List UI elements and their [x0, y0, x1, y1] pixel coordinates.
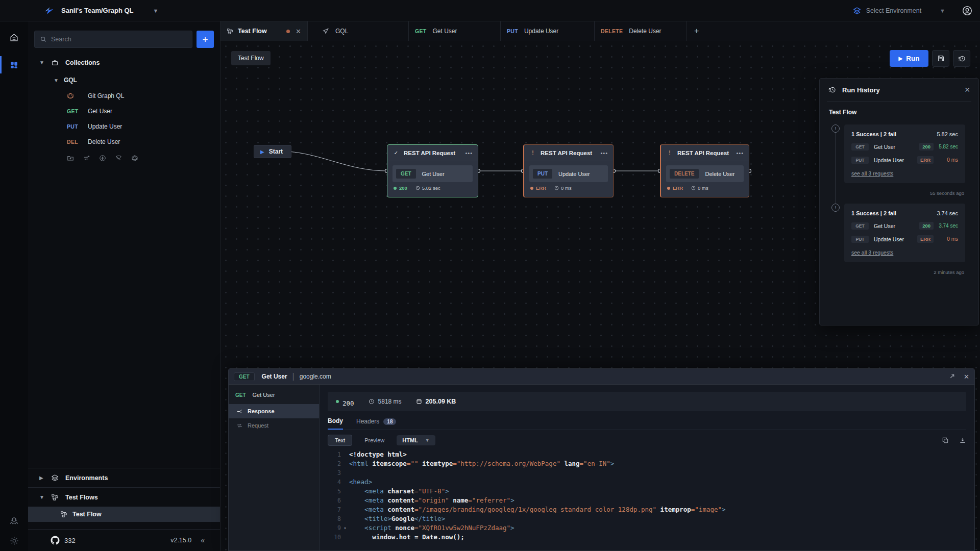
- close-panel-icon[interactable]: ✕: [964, 373, 969, 381]
- workspace-name[interactable]: Sanil's Team/Graph QL: [61, 7, 134, 14]
- home-nav-icon[interactable]: [0, 26, 28, 49]
- download-icon[interactable]: [959, 437, 966, 444]
- search-box: [34, 31, 192, 48]
- rest-node-delete-user[interactable]: ! REST API Request ••• DELETE Delete Use…: [660, 144, 749, 197]
- close-panel-icon[interactable]: ✕: [964, 86, 970, 94]
- request-item-get-user[interactable]: GET Get User: [28, 104, 220, 119]
- tab-gql[interactable]: GQL: [307, 21, 408, 41]
- add-new-button[interactable]: +: [197, 31, 214, 48]
- node-title: REST API Request: [404, 150, 455, 156]
- flow-name-chip: Test Flow: [231, 51, 271, 65]
- rest-node-update-user[interactable]: ! REST API Request ••• PUT Update User E…: [523, 144, 614, 197]
- collections-section-header[interactable]: ▼ Collections: [28, 53, 220, 72]
- collection-bag-icon: [51, 59, 59, 66]
- rest-node-get-user[interactable]: ✓ REST API Request ••• GET Get User 200 …: [387, 144, 478, 197]
- see-all-requests-link[interactable]: see all 3 requests: [851, 249, 893, 256]
- tab-delete-user[interactable]: DELETE Delete User: [594, 21, 687, 41]
- socket-bolt-icon[interactable]: [99, 155, 106, 162]
- see-all-requests-link[interactable]: see all 3 requests: [851, 170, 893, 177]
- format-dropdown[interactable]: HTML ▼: [397, 435, 435, 445]
- node-menu-icon[interactable]: •••: [600, 150, 608, 156]
- add-tab-button[interactable]: +: [687, 21, 717, 41]
- environments-section-header[interactable]: ▶ Environments: [28, 468, 220, 487]
- method-badge: PUT: [67, 123, 88, 130]
- tab-label: Delete User: [629, 28, 661, 35]
- divider: |: [292, 372, 295, 381]
- node-menu-icon[interactable]: •••: [736, 150, 744, 156]
- request-label: Update User: [88, 123, 122, 130]
- headers-count-badge: 18: [383, 418, 396, 425]
- view-preview-button[interactable]: Preview: [364, 437, 384, 443]
- copy-icon[interactable]: [942, 437, 949, 444]
- expand-panel-icon[interactable]: [949, 373, 955, 381]
- clock-icon: [369, 398, 375, 405]
- nav-label: Request: [248, 422, 268, 429]
- run-flow-button[interactable]: ▶ Run: [890, 50, 928, 67]
- node-menu-icon[interactable]: •••: [465, 150, 473, 156]
- run-summary: 1 Success | 2 fail: [851, 131, 896, 137]
- start-node[interactable]: ▶ Start: [254, 145, 291, 158]
- test-flows-section-header[interactable]: ▼ Test Flows: [28, 488, 220, 507]
- play-icon: ▶: [260, 149, 264, 155]
- request-name: Get User: [262, 373, 287, 380]
- tab-body[interactable]: Body: [328, 417, 343, 430]
- graphql-shortcut-icon[interactable]: [131, 155, 138, 162]
- add-folder-icon[interactable]: [67, 155, 74, 162]
- run-card[interactable]: 1 Success | 2 fail3.74 sec GET Get User …: [844, 204, 965, 262]
- search-input[interactable]: [51, 36, 187, 43]
- nav-response-tab[interactable]: Response: [229, 404, 319, 418]
- save-flow-button[interactable]: [932, 50, 949, 67]
- request-item-delete-user[interactable]: DEL Delete User: [28, 134, 220, 149]
- workspace-chevron-down-icon[interactable]: ▼: [153, 8, 159, 14]
- view-text-button[interactable]: Text: [328, 435, 352, 446]
- request-name: Get User: [874, 144, 895, 150]
- timeline-marker: !: [831, 204, 840, 212]
- nav-request-tab[interactable]: Request: [229, 418, 319, 433]
- collapse-sidebar-button[interactable]: «: [201, 536, 205, 544]
- pen-nib-icon[interactable]: [115, 155, 122, 162]
- node-request-box[interactable]: DELETE Delete User: [666, 165, 744, 182]
- test-flows-label: Test Flows: [65, 494, 98, 501]
- github-stars[interactable]: 332: [51, 536, 76, 545]
- request-name: Get User: [253, 392, 275, 398]
- settings-gear-icon[interactable]: [9, 536, 19, 546]
- run-history-button[interactable]: [953, 50, 970, 67]
- code-editor[interactable]: 1<!doctype html>2<html itemscope="" item…: [320, 450, 974, 550]
- request-time: 0 ms: [934, 236, 958, 242]
- method-badge: DEL: [67, 139, 88, 145]
- status-badge: ERR: [917, 235, 934, 243]
- tab-update-user[interactable]: PUT Update User: [500, 21, 594, 41]
- community-icon[interactable]: [9, 516, 19, 527]
- test-flow-item-selected[interactable]: Test Flow: [28, 507, 220, 522]
- tab-get-user[interactable]: GET Get User: [408, 21, 500, 41]
- tab-test-flow[interactable]: Test Flow ✕: [220, 21, 307, 41]
- response-time: 5818 ms: [378, 398, 402, 405]
- github-icon: [51, 536, 60, 545]
- request-item-update-user[interactable]: PUT Update User: [28, 119, 220, 134]
- folder-gql[interactable]: ▼ GQL: [28, 72, 220, 88]
- clock-icon: [554, 186, 559, 190]
- user-avatar-icon[interactable]: [962, 5, 973, 16]
- rest-request-icon[interactable]: [83, 155, 90, 162]
- run-duration: 3.74 sec: [937, 210, 958, 216]
- success-check-icon: ✓: [393, 150, 400, 156]
- tab-label: Get User: [433, 28, 457, 35]
- request-time: 3.74 sec: [934, 223, 958, 229]
- request-item-git-graph-ql[interactable]: Git Graph QL: [28, 88, 220, 104]
- request-name: Get User: [422, 171, 445, 177]
- run-history-panel: Run History ✕ Test Flow ! ! 1 Success | …: [819, 78, 979, 325]
- close-tab-icon[interactable]: ✕: [295, 28, 302, 35]
- node-request-box[interactable]: GET Get User: [393, 165, 473, 182]
- status-dot: [667, 187, 670, 190]
- size-box-icon: [416, 398, 422, 405]
- select-environment-button[interactable]: Select Environment ▼: [853, 7, 945, 15]
- run-card[interactable]: 1 Success | 2 fail5.82 sec GET Get User …: [844, 124, 965, 183]
- top-bar: Sanil's Team/Graph QL ▼ Select Environme…: [0, 0, 980, 21]
- node-request-box[interactable]: PUT Update User: [529, 165, 608, 182]
- request-name: Delete User: [705, 171, 734, 177]
- request-time: 5.82 sec: [934, 144, 958, 149]
- workspace-apps-icon[interactable]: [0, 53, 28, 77]
- method-badge: GET: [67, 108, 88, 114]
- method-badge: GET: [415, 28, 427, 34]
- tab-headers[interactable]: Headers 18: [356, 418, 396, 429]
